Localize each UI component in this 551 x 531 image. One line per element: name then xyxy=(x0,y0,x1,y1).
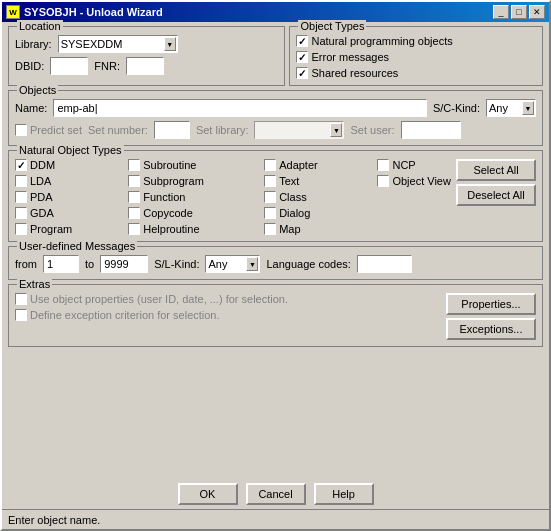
lda-checkbox-label[interactable]: LDA xyxy=(15,175,128,187)
extras-group: Extras Use object properties (user ID, d… xyxy=(8,284,543,347)
extras-prop1-text: Use object properties (user ID, date, ..… xyxy=(30,293,288,305)
title-buttons: _ □ ✕ xyxy=(493,5,545,19)
sc-kind-wrapper: Any ▼ xyxy=(486,99,536,117)
from-input[interactable] xyxy=(43,255,79,273)
pda-checkbox[interactable] xyxy=(15,191,27,203)
shared-checkbox-label[interactable]: Shared resources xyxy=(296,67,536,79)
dialog-checkbox[interactable] xyxy=(264,207,276,219)
sc-kind-label: S/C-Kind: xyxy=(433,102,480,114)
title-bar: W SYSOBJH - Unload Wizard _ □ ✕ xyxy=(2,2,549,22)
helproutine-checkbox[interactable] xyxy=(128,223,140,235)
set-user-input[interactable] xyxy=(401,121,461,139)
minimize-button[interactable]: _ xyxy=(493,5,509,19)
subprogram-checkbox-label[interactable]: Subprogram xyxy=(128,175,264,187)
copycode-checkbox-label[interactable]: Copycode xyxy=(128,207,264,219)
library-label: Library: xyxy=(15,38,52,50)
natural-checkbox-label[interactable]: Natural programming objects xyxy=(296,35,536,47)
extras-buttons: Properties... Exceptions... xyxy=(446,293,536,340)
gda-checkbox-label[interactable]: GDA xyxy=(15,207,128,219)
name-label: Name: xyxy=(15,102,47,114)
set-number-input[interactable] xyxy=(154,121,190,139)
subroutine-checkbox-label[interactable]: Subroutine xyxy=(128,159,264,171)
map-checkbox[interactable] xyxy=(264,223,276,235)
helproutine-checkbox-label[interactable]: Helproutine xyxy=(128,223,264,235)
location-group: Location Library: SYSEXDDM ▼ DBID: FNR: xyxy=(8,26,285,86)
bottom-buttons-area: OK Cancel Help xyxy=(2,479,549,509)
from-label: from xyxy=(15,258,37,270)
set-library-select[interactable] xyxy=(254,121,344,139)
function-checkbox[interactable] xyxy=(128,191,140,203)
main-content: Location Library: SYSEXDDM ▼ DBID: FNR: xyxy=(2,22,549,479)
copycode-checkbox[interactable] xyxy=(128,207,140,219)
ddm-checkbox-label[interactable]: DDM xyxy=(15,159,128,171)
ok-button[interactable]: OK xyxy=(178,483,238,505)
not-col2: Subroutine Subprogram Function Copycode xyxy=(128,159,264,235)
natural-label: Natural programming objects xyxy=(311,35,452,47)
sc-kind-select[interactable]: Any xyxy=(486,99,536,117)
object-types-group: Object Types Natural programming objects… xyxy=(289,26,543,86)
lang-codes-input[interactable] xyxy=(357,255,412,273)
extras-prop2-checkbox[interactable] xyxy=(15,309,27,321)
dialog-checkbox-label[interactable]: Dialog xyxy=(264,207,377,219)
pda-checkbox-label[interactable]: PDA xyxy=(15,191,128,203)
location-library-row: Library: SYSEXDDM ▼ xyxy=(15,35,278,53)
fnr-input[interactable] xyxy=(126,57,164,75)
natural-checkbox[interactable] xyxy=(296,35,308,47)
cancel-button[interactable]: Cancel xyxy=(246,483,306,505)
not-label: Natural Object Types xyxy=(17,144,124,156)
deselect-all-button[interactable]: Deselect All xyxy=(456,184,536,206)
error-checkbox-label[interactable]: Error messages xyxy=(296,51,536,63)
help-button[interactable]: Help xyxy=(314,483,374,505)
error-checkbox[interactable] xyxy=(296,51,308,63)
maximize-button[interactable]: □ xyxy=(511,5,527,19)
adapter-checkbox-label[interactable]: Adapter xyxy=(264,159,377,171)
text-checkbox[interactable] xyxy=(264,175,276,187)
status-bar: Enter object name. xyxy=(2,509,549,529)
sl-kind-label: S/L-Kind: xyxy=(154,258,199,270)
adapter-checkbox[interactable] xyxy=(264,159,276,171)
sl-kind-select[interactable]: Any xyxy=(205,255,260,273)
function-checkbox-label[interactable]: Function xyxy=(128,191,264,203)
udm-row: from to S/L-Kind: Any ▼ Language codes: xyxy=(15,255,536,273)
close-button[interactable]: ✕ xyxy=(529,5,545,19)
gda-checkbox[interactable] xyxy=(15,207,27,219)
extras-prop1-checkbox[interactable] xyxy=(15,293,27,305)
sl-kind-wrapper: Any ▼ xyxy=(205,255,260,273)
subroutine-checkbox[interactable] xyxy=(128,159,140,171)
program-checkbox[interactable] xyxy=(15,223,27,235)
program-checkbox-label[interactable]: Program xyxy=(15,223,128,235)
extras-checkboxes: Use object properties (user ID, date, ..… xyxy=(15,293,442,321)
ncp-checkbox[interactable] xyxy=(377,159,389,171)
to-input[interactable] xyxy=(100,255,148,273)
extras-prop2-label[interactable]: Define exception criterion for selection… xyxy=(15,309,442,321)
shared-checkbox[interactable] xyxy=(296,67,308,79)
objectview-checkbox[interactable] xyxy=(377,175,389,187)
predict-checkbox-label[interactable]: Predict set xyxy=(15,124,82,136)
properties-button[interactable]: Properties... xyxy=(446,293,536,315)
objectview-checkbox-label[interactable]: Object View xyxy=(377,175,456,187)
map-checkbox-label[interactable]: Map xyxy=(264,223,377,235)
extras-prop2-text: Define exception criterion for selection… xyxy=(30,309,220,321)
location-dbid-row: DBID: FNR: xyxy=(15,57,278,75)
text-checkbox-label[interactable]: Text xyxy=(264,175,377,187)
subprogram-checkbox[interactable] xyxy=(128,175,140,187)
class-checkbox[interactable] xyxy=(264,191,276,203)
lda-checkbox[interactable] xyxy=(15,175,27,187)
name-input[interactable] xyxy=(53,99,427,117)
dbid-input[interactable] xyxy=(50,57,88,75)
ncp-checkbox-label[interactable]: NCP xyxy=(377,159,456,171)
objects-group: Objects Name: S/C-Kind: Any ▼ Predict se… xyxy=(8,90,543,146)
dbid-label: DBID: xyxy=(15,60,44,72)
exceptions-button[interactable]: Exceptions... xyxy=(446,318,536,340)
class-checkbox-label[interactable]: Class xyxy=(264,191,377,203)
user-messages-label: User-defined Messages xyxy=(17,240,137,252)
extras-prop1-label[interactable]: Use object properties (user ID, date, ..… xyxy=(15,293,442,305)
select-all-button[interactable]: Select All xyxy=(456,159,536,181)
library-select-wrapper: SYSEXDDM ▼ xyxy=(58,35,178,53)
user-messages-group: User-defined Messages from to S/L-Kind: … xyxy=(8,246,543,280)
predict-checkbox[interactable] xyxy=(15,124,27,136)
library-select[interactable]: SYSEXDDM xyxy=(58,35,178,53)
set-library-label: Set library: xyxy=(196,124,249,136)
ddm-checkbox[interactable] xyxy=(15,159,27,171)
objects-label: Objects xyxy=(17,84,58,96)
